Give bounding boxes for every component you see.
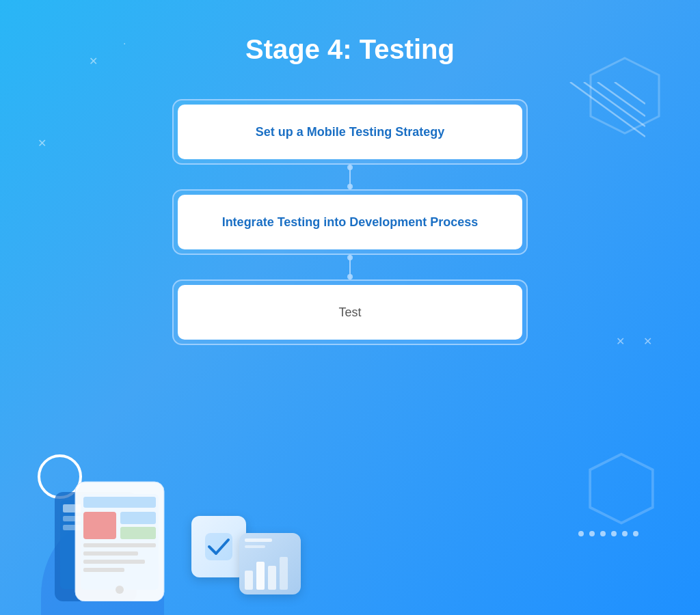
step-1-outer: Set up a Mobile Testing Strategy [172,99,528,165]
step-3-outer: Test [172,279,528,345]
svg-rect-21 [83,560,145,564]
step-2-outer: Integrate Testing into Development Proce… [172,189,528,255]
svg-rect-15 [83,497,156,508]
step-1-label: Set up a Mobile Testing Strategy [256,125,445,139]
step-1-inner: Set up a Mobile Testing Strategy [178,105,522,159]
page-title: Stage 4: Testing [245,34,455,65]
phone-card-2 [239,533,301,594]
flow-container: Set up a Mobile Testing Strategy Integra… [172,99,528,345]
connector-2-3 [349,255,351,279]
step-2-label: Integrate Testing into Development Proce… [222,215,479,230]
phone-card-1 [191,516,246,577]
svg-rect-28 [256,562,265,590]
connector-1-2 [349,165,351,189]
svg-rect-22 [83,568,124,572]
chart-icon [239,533,301,594]
svg-rect-26 [245,545,265,548]
svg-rect-25 [245,538,272,542]
step-2-inner: Integrate Testing into Development Proce… [178,195,522,249]
check-icon [204,532,234,562]
svg-rect-20 [83,551,138,556]
svg-rect-27 [245,571,253,590]
svg-rect-18 [120,527,156,539]
phone-isometric [14,465,219,601]
step-3-label: Test [338,305,361,320]
step-3-inner: Test [178,285,522,340]
svg-rect-16 [83,512,116,539]
svg-rect-29 [268,566,276,590]
svg-rect-19 [83,543,156,547]
svg-point-23 [116,586,124,594]
svg-rect-30 [280,557,288,590]
svg-rect-14 [81,494,159,590]
svg-rect-17 [120,512,156,524]
